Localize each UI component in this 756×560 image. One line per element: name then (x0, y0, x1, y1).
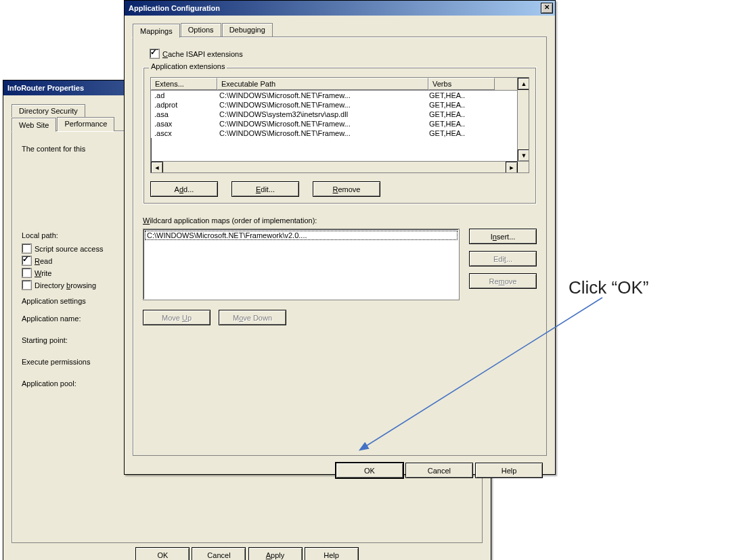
scroll-right-icon[interactable]: ► (506, 162, 518, 173)
table-row[interactable]: .ad C:\WINDOWS\Microsoft.NET\Framew... G… (151, 91, 529, 100)
title-back: InfoRouter Properties (7, 84, 84, 92)
add-button[interactable]: Add... (150, 181, 218, 197)
checkbox-script[interactable] (22, 243, 32, 254)
chk-read-label: Read (35, 257, 52, 265)
annotation-text: Click “OK” (569, 277, 648, 298)
help-button[interactable]: Help (475, 463, 543, 478)
edit-button[interactable]: Edit... (231, 181, 299, 197)
app-config-dialog: Application Configuration ✕ Mappings Opt… (124, 0, 556, 475)
table-row[interactable]: .asax C:\WINDOWS\Microsoft.NET\Framew...… (151, 119, 529, 129)
remove2-button: Remove (469, 273, 537, 289)
tab-options[interactable]: Options (181, 23, 221, 37)
tab-mappings[interactable]: Mappings (133, 24, 180, 38)
back-cancel-button[interactable]: Cancel (192, 547, 246, 560)
front-tabpanel: Cache ISAPI extensions Application exten… (133, 37, 547, 456)
scroll-up-icon[interactable]: ▲ (518, 78, 529, 90)
checkbox-write[interactable] (22, 268, 32, 278)
remove-button[interactable]: Remove (313, 181, 380, 197)
scroll-down-icon[interactable]: ▼ (518, 149, 529, 162)
col-path[interactable]: Executable Path (217, 78, 428, 90)
chk-cache-label: Cache ISAPI extensions (162, 50, 243, 58)
tab-web-site[interactable]: Web Site (12, 118, 56, 132)
checkbox-dirbrowse[interactable] (22, 280, 32, 290)
col-verbs[interactable]: Verbs (428, 78, 495, 90)
chk-dirbrowse-label: Directory browsing (35, 281, 96, 289)
title-front: Application Configuration (129, 4, 220, 12)
tab-debugging[interactable]: Debugging (222, 23, 273, 37)
front-button-row: OK Cancel Help (130, 459, 550, 478)
back-help-button[interactable]: Help (305, 547, 359, 560)
list-item[interactable]: C:\WINDOWS\Microsoft.NET\Framework\v2.0.… (145, 231, 458, 240)
ok-button[interactable]: OK (336, 463, 403, 478)
edit2-button: Edit... (469, 251, 537, 266)
col-extension[interactable]: Extens... (151, 78, 217, 90)
table-row[interactable]: .ascx C:\WINDOWS\Microsoft.NET\Framew...… (151, 129, 529, 138)
listview-header: Extens... Executable Path Verbs (151, 78, 529, 91)
wildcard-btns: Insert... Edit... Remove (469, 229, 537, 300)
movedown-button: Move Down (219, 310, 286, 325)
checkbox-cache[interactable] (150, 49, 160, 59)
moveup-button: Move Up (143, 310, 210, 325)
table-row[interactable]: .asa C:\WINDOWS\system32\inetsrv\asp.dll… (151, 110, 529, 119)
chk-write-label: Write (35, 269, 51, 277)
insert-button[interactable]: Insert... (469, 229, 537, 244)
back-button-row: OK Cancel Apply Help (9, 547, 485, 560)
wildcard-label: Wildcard application maps (order of impl… (143, 216, 537, 225)
back-apply-button[interactable]: Apply (248, 547, 303, 560)
checkbox-read[interactable] (22, 256, 32, 266)
titlebar-front: Application Configuration ✕ (125, 1, 555, 16)
extensions-listview[interactable]: Extens... Executable Path Verbs .ad C:\W… (150, 77, 529, 173)
front-tabstrip: Mappings Options Debugging (133, 22, 550, 37)
wildcard-listbox[interactable]: C:\WINDOWS\Microsoft.NET\Framework\v2.0.… (143, 229, 460, 300)
chk-cache-row[interactable]: Cache ISAPI extensions (150, 49, 537, 59)
cancel-button[interactable]: Cancel (405, 463, 473, 478)
close-icon[interactable]: ✕ (541, 3, 553, 14)
back-ok-button[interactable]: OK (135, 547, 190, 560)
group-app-ext-legend: Application extensions (149, 62, 227, 70)
chk-script-label: Script source access (35, 245, 103, 253)
table-row[interactable]: .adprot C:\WINDOWS\Microsoft.NET\Framew.… (151, 100, 529, 110)
front-inner: Mappings Options Debugging Cache ISAPI e… (125, 16, 555, 484)
move-btns: Move Up Move Down (143, 310, 537, 325)
vscrollbar[interactable]: ▲ ▼ (517, 78, 529, 172)
listview-body: .ad C:\WINDOWS\Microsoft.NET\Framew... G… (151, 91, 529, 138)
wildcard-row: C:\WINDOWS\Microsoft.NET\Framework\v2.0.… (143, 229, 537, 300)
ext-buttons-row: Add... Edit... Remove (150, 181, 529, 197)
group-app-extensions: Application extensions Extens... Executa… (143, 67, 537, 204)
tab-performance[interactable]: Performance (57, 117, 114, 131)
scroll-left-icon[interactable]: ◄ (151, 162, 163, 173)
hscrollbar[interactable]: ◄ ► (151, 161, 529, 172)
tab-dir-security[interactable]: Directory Security (12, 104, 85, 117)
